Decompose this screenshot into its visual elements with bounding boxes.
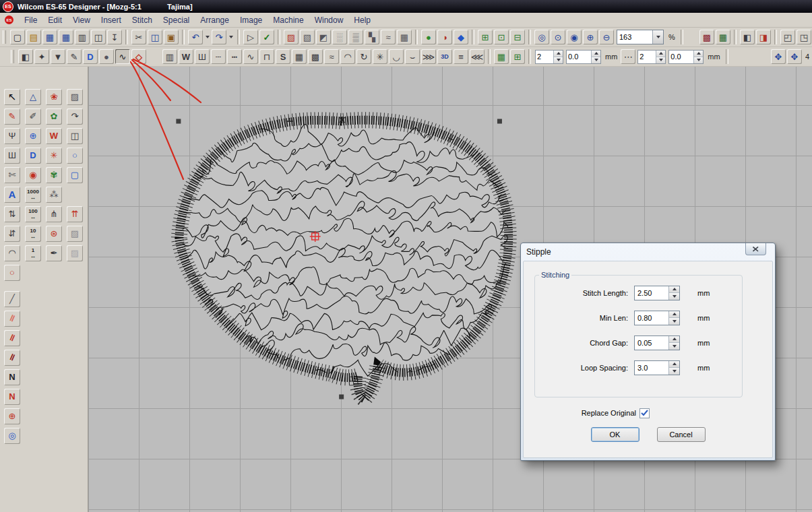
spin-up-button[interactable] bbox=[656, 51, 665, 57]
arc-tool[interactable]: ↷ bbox=[67, 108, 83, 125]
menu-edit[interactable]: Edit bbox=[42, 14, 67, 26]
undo-icon-dropdown[interactable] bbox=[204, 30, 211, 44]
stitch-spacing-spinner[interactable] bbox=[566, 50, 601, 64]
program-split-icon[interactable]: ▩ bbox=[308, 49, 323, 64]
spinner-buttons[interactable] bbox=[656, 51, 665, 63]
triple-run-icon[interactable]: ┅ bbox=[227, 49, 242, 64]
angle-tool[interactable]: ⇵ bbox=[4, 226, 20, 242]
open-icon[interactable]: ▤ bbox=[26, 30, 41, 44]
node-path-tool[interactable]: N bbox=[4, 369, 20, 385]
step-sample-icon[interactable]: ◩ bbox=[316, 30, 331, 44]
menu-special[interactable]: Special bbox=[158, 14, 195, 26]
applique-tool[interactable]: ◉ bbox=[25, 167, 41, 183]
lettering-tool[interactable]: A bbox=[4, 187, 20, 203]
dock-panel-icon[interactable]: ◰ bbox=[780, 30, 795, 44]
plant-tool[interactable]: ✿ bbox=[46, 108, 62, 125]
zoom-dropdown-button[interactable] bbox=[652, 30, 663, 44]
spin-up-button[interactable] bbox=[592, 51, 600, 57]
show-hoop-icon[interactable]: ⊡ bbox=[494, 30, 509, 44]
orientation-tool[interactable]: ⊕ bbox=[4, 408, 20, 424]
dialog-titlebar[interactable]: Stipple bbox=[521, 243, 775, 261]
underlay-spacing-spinner-input[interactable] bbox=[669, 51, 693, 63]
paste-icon[interactable]: ▣ bbox=[164, 30, 179, 44]
spiral-fill-icon[interactable]: ↻ bbox=[356, 49, 371, 64]
zigzag-red-tool[interactable]: W bbox=[46, 128, 62, 144]
mesh-sample-icon[interactable]: ▦ bbox=[397, 30, 412, 44]
menu-window[interactable]: Window bbox=[309, 14, 349, 26]
stitch-length-spinner[interactable] bbox=[668, 286, 679, 300]
toolbar2-grip[interactable] bbox=[11, 50, 14, 63]
dot-tool-icon[interactable]: ● bbox=[99, 49, 114, 64]
spin-down-button[interactable] bbox=[656, 57, 665, 63]
pattern-tool[interactable]: ▨ bbox=[67, 226, 83, 242]
menu-machine[interactable]: Machine bbox=[268, 14, 309, 26]
cancel-button[interactable]: Cancel bbox=[657, 427, 706, 442]
dialog-close-button[interactable] bbox=[745, 243, 766, 255]
document-menu-icon[interactable]: ES bbox=[5, 15, 13, 24]
run-sample-icon[interactable]: ▧ bbox=[300, 30, 315, 44]
min-len-input[interactable] bbox=[635, 311, 668, 325]
closed-curve-icon[interactable]: ◇ bbox=[131, 49, 146, 64]
motif-sample-icon[interactable]: ≈ bbox=[381, 30, 396, 44]
tatami-fill-icon[interactable]: ▦ bbox=[292, 49, 307, 64]
min-len-spinner[interactable] bbox=[668, 311, 679, 325]
loop-spacing-input[interactable] bbox=[635, 361, 668, 375]
ring-blue-tool[interactable]: ◎ bbox=[4, 428, 20, 444]
toolbar1-grip[interactable] bbox=[3, 30, 6, 44]
rectangle-tool[interactable]: ▢ bbox=[67, 167, 83, 183]
run-pen-tool[interactable]: ╱ bbox=[4, 291, 20, 307]
polygon-select-icon[interactable]: ◧ bbox=[18, 49, 33, 64]
pull-comp-spinner-input[interactable] bbox=[536, 51, 553, 63]
carving-tool[interactable]: ✳ bbox=[46, 148, 62, 164]
flower-tool[interactable]: ❀ bbox=[46, 89, 62, 105]
elastic-tool[interactable]: ⇅ bbox=[4, 206, 20, 222]
color-object-list-icon[interactable]: ◨ bbox=[756, 30, 771, 44]
node-path-red-tool[interactable]: N bbox=[4, 389, 20, 405]
new-icon[interactable]: ▢ bbox=[10, 30, 25, 44]
stitch-mid-tool[interactable]: ‖ bbox=[4, 330, 20, 346]
spin-down-button[interactable] bbox=[669, 317, 679, 325]
flexi-split-icon[interactable]: ≈ bbox=[324, 49, 339, 64]
redo-icon[interactable]: ↷ bbox=[212, 30, 226, 44]
feather-effect-icon[interactable]: ⋙ bbox=[421, 49, 436, 64]
arrows-red-tool[interactable]: ⇈ bbox=[67, 206, 83, 222]
save-icon[interactable]: ▦ bbox=[42, 30, 57, 44]
globe-tool[interactable]: ⊕ bbox=[25, 128, 41, 144]
spacing-preset-1[interactable]: 1↔ bbox=[25, 245, 41, 261]
cross-sample-icon[interactable]: ▚ bbox=[365, 30, 379, 44]
spin-down-button[interactable] bbox=[669, 342, 679, 350]
undo-icon[interactable]: ↶ bbox=[188, 30, 203, 44]
zoom-box-icon[interactable]: ⊙ bbox=[551, 30, 565, 44]
object-properties-icon[interactable]: ◆ bbox=[454, 30, 468, 44]
blanket-stitch-icon[interactable]: ⊓ bbox=[259, 49, 274, 64]
hatch-lines-icon[interactable]: ≡ bbox=[454, 49, 468, 64]
star-fill-icon[interactable]: ✳ bbox=[373, 49, 387, 64]
star-shape-icon[interactable]: ✦ bbox=[34, 49, 49, 64]
digitize-run-icon[interactable]: ✎ bbox=[67, 49, 82, 64]
titlebar[interactable]: ES Wilcom ES-65 Designer - [Mozg-5:1 Taj… bbox=[0, 0, 812, 13]
show-grid-icon[interactable]: ⊞ bbox=[478, 30, 493, 44]
zoom-level-combo[interactable] bbox=[617, 30, 664, 44]
reshape-tool[interactable]: △ bbox=[25, 89, 41, 105]
hatch-tool[interactable]: ▨ bbox=[67, 89, 83, 105]
mirror-tool[interactable]: ◫ bbox=[67, 128, 83, 144]
fusion-fill-icon[interactable]: D bbox=[83, 49, 98, 64]
slow-redraw-icon[interactable]: ▦ bbox=[716, 30, 730, 44]
spacing-preset-10[interactable]: 10↔ bbox=[25, 226, 41, 242]
more-options-icon[interactable]: ⋯ bbox=[621, 49, 635, 64]
freehand-pen-tool[interactable]: ✎ bbox=[4, 108, 20, 125]
branch-tool[interactable]: Ψ bbox=[4, 128, 20, 144]
spinner-buttons[interactable] bbox=[553, 51, 563, 63]
auto-length-icon[interactable]: ⊞ bbox=[510, 49, 525, 64]
menu-arrange[interactable]: Arrange bbox=[195, 14, 235, 26]
monogram-tool[interactable]: D bbox=[25, 148, 41, 164]
cut-icon[interactable]: ✂ bbox=[131, 30, 146, 44]
auto-spacing-icon[interactable]: ▦ bbox=[494, 49, 509, 64]
chord-gap-input[interactable] bbox=[635, 336, 668, 350]
zoom-out-icon[interactable]: ⊖ bbox=[599, 30, 614, 44]
contour-fill-icon[interactable]: ◠ bbox=[340, 49, 355, 64]
menu-help[interactable]: Help bbox=[348, 14, 376, 26]
spin-up-button[interactable] bbox=[694, 51, 703, 57]
print-icon[interactable]: ▥ bbox=[75, 30, 90, 44]
sparse-sample-icon[interactable]: ▒ bbox=[348, 30, 363, 44]
